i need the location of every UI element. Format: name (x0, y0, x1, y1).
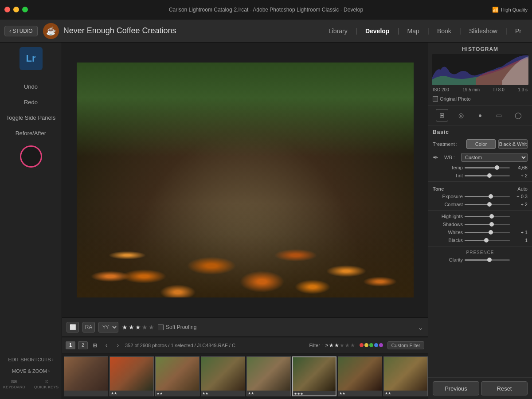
edit-shortcuts-item[interactable]: EDIT SHORTCUTS › (0, 355, 62, 364)
shadows-slider[interactable] (465, 224, 510, 225)
nav-print[interactable]: Pr (509, 25, 528, 37)
filter-star-5[interactable]: ★ (350, 342, 355, 348)
blacks-thumb[interactable] (484, 238, 489, 243)
star-4[interactable]: ★ (142, 324, 148, 331)
filter-label: Filter : (309, 343, 323, 348)
filmstrip-photo-6[interactable]: ★★★ (292, 356, 336, 396)
previous-button[interactable]: Previous (433, 381, 479, 395)
custom-filter-button[interactable]: Custom Filter (387, 341, 424, 349)
titlebar: 📶 High Quality Carlson Lightroom Catalog… (0, 0, 532, 20)
filmstrip-photo-7[interactable]: ★★ (338, 356, 382, 396)
auto-button[interactable]: Auto (517, 186, 528, 192)
blacks-slider[interactable] (465, 240, 510, 241)
eyedropper-icon[interactable]: ✒ (433, 153, 442, 162)
close-button[interactable] (4, 7, 10, 12)
clarity-slider[interactable] (465, 259, 510, 261)
target-circle[interactable] (20, 145, 42, 168)
exposure-slider[interactable] (465, 196, 510, 197)
filmstrip-photo-5[interactable]: ★★ (246, 356, 291, 396)
minimize-button[interactable] (13, 7, 19, 12)
filter-star-2[interactable]: ★ (334, 342, 339, 348)
blacks-label: Blacks (433, 238, 463, 243)
whites-thumb[interactable] (489, 230, 493, 235)
nav-map[interactable]: Map (401, 25, 426, 37)
filmstrip-photo-1[interactable] (64, 356, 108, 396)
temp-thumb[interactable] (495, 165, 499, 170)
filmstrip-grid-button[interactable]: ⊞ (90, 341, 99, 349)
filmstrip-photo-3[interactable]: ★★ (155, 356, 200, 396)
filmstrip-tab-1[interactable]: 1 (66, 341, 75, 349)
toolbar-chevron-down[interactable]: ⌄ (418, 323, 423, 332)
crop-tool[interactable]: ⊞ (436, 109, 448, 121)
color-treatment-button[interactable]: Color (466, 139, 496, 149)
histogram-chart (432, 54, 528, 85)
red-eye-tool[interactable]: ● (474, 109, 486, 121)
quick-keys-icon-btn[interactable]: ⌘ QUICK KEYS (34, 379, 59, 389)
filmstrip-prev-button[interactable]: ‹ (102, 341, 111, 349)
filter-blue-dot[interactable] (374, 343, 378, 347)
move-zoom-item[interactable]: MOVE & ZOOM › (0, 366, 62, 376)
tint-thumb[interactable] (487, 173, 492, 178)
nav-slideshow[interactable]: Slideshow (463, 25, 504, 37)
toggle-panels-button[interactable]: Toggle Side Panels (0, 110, 62, 125)
nav-develop[interactable]: Develop (359, 25, 395, 37)
nav-book[interactable]: Book (431, 25, 458, 37)
highlights-thumb[interactable] (489, 214, 494, 219)
filter-star-3[interactable]: ★ (340, 342, 344, 348)
tint-slider[interactable] (465, 175, 510, 176)
reset-button[interactable]: Reset (481, 381, 528, 395)
photo-view[interactable] (62, 43, 428, 317)
filter-green-dot[interactable] (369, 343, 373, 347)
keyboard-icon-btn[interactable]: ⌨ KEYBOARD (3, 379, 25, 389)
highlights-slider[interactable] (465, 216, 510, 217)
wifi-icon: 📶 (492, 7, 499, 13)
shadows-thumb[interactable] (489, 222, 494, 227)
temp-row: Temp 4,68 (428, 164, 532, 172)
soft-proof-checkbox[interactable] (158, 325, 164, 330)
nav-library[interactable]: Library (322, 25, 354, 37)
spot-removal-tool[interactable]: ◎ (455, 109, 467, 121)
star-2[interactable]: ★ (129, 324, 134, 331)
studio-button[interactable]: ‹ STUDIO (4, 26, 38, 36)
tone-header: Tone Auto (428, 184, 532, 192)
traffic-lights[interactable] (4, 7, 28, 12)
photo-bottom-6: ★★★ (293, 391, 336, 396)
filmstrip-photo-2[interactable]: ★★ (110, 356, 154, 396)
exposure-thumb[interactable] (489, 194, 493, 199)
flag-button[interactable]: RA (82, 322, 95, 332)
filmstrip-photo-8[interactable]: ★★ (383, 356, 428, 396)
basic-panel-header[interactable]: Basic (428, 125, 532, 137)
contrast-thumb[interactable] (487, 202, 492, 207)
maximize-button[interactable] (22, 7, 28, 12)
bw-treatment-button[interactable]: Black & Whit (498, 139, 528, 149)
crop-overlay-button[interactable]: ⬜ (66, 322, 79, 332)
temp-slider[interactable] (465, 167, 510, 168)
clarity-thumb[interactable] (487, 258, 492, 262)
radial-filter-tool[interactable]: ◯ (512, 109, 524, 121)
star-5[interactable]: ★ (149, 324, 154, 331)
before-after-button[interactable]: Before/After (0, 125, 62, 141)
star-3[interactable]: ★ (135, 324, 141, 331)
focal-value: 19.5 mm (462, 87, 480, 92)
star-1[interactable]: ★ (122, 324, 128, 331)
filter-purple-dot[interactable] (379, 343, 383, 347)
filter-star-1[interactable]: ★ (329, 342, 334, 348)
redo-button[interactable]: Redo (0, 94, 62, 110)
undo-button[interactable]: Undo (0, 79, 62, 94)
wb-select[interactable]: Custom As Shot Auto Daylight Cloudy Shad… (461, 153, 528, 162)
photo-thumbnail-4 (201, 357, 245, 391)
highlights-fill (465, 216, 492, 217)
whites-slider[interactable] (465, 232, 510, 233)
filmstrip-next-button[interactable]: › (113, 341, 122, 349)
filter-yellow-dot[interactable] (364, 343, 368, 347)
graduated-filter-tool[interactable]: ▭ (493, 109, 505, 121)
original-photo-checkbox[interactable] (433, 96, 438, 102)
star-rating[interactable]: ★ ★ ★ ★ ★ (122, 324, 154, 331)
photo-thumbnail-8 (384, 357, 427, 391)
sort-select[interactable]: YY (98, 322, 118, 332)
filter-star-4[interactable]: ★ (345, 342, 350, 348)
filmstrip-photo-4[interactable]: ★★ (201, 356, 245, 396)
filter-red-dot[interactable] (360, 343, 364, 347)
contrast-slider[interactable] (465, 204, 510, 205)
filmstrip-tab-2[interactable]: 2 (78, 341, 88, 349)
